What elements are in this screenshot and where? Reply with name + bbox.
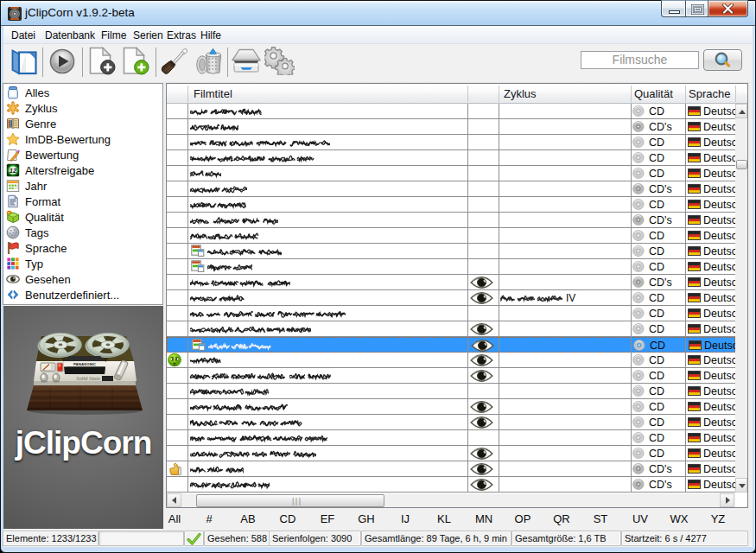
svg-text:PANASONIC: PANASONIC	[73, 362, 97, 366]
svg-text:Solid State: Solid State	[76, 375, 100, 381]
svg-text:12: 12	[10, 167, 17, 175]
